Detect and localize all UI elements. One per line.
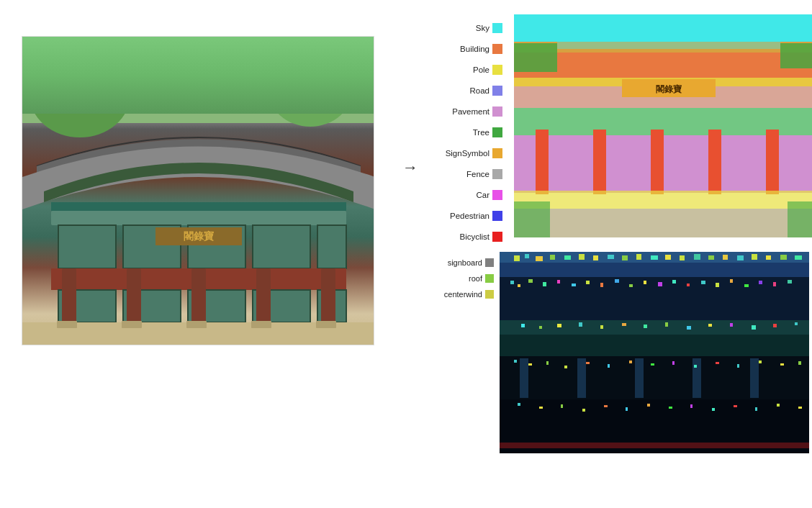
- svg-rect-60: [593, 255, 598, 260]
- svg-rect-69: [723, 255, 728, 260]
- svg-rect-121: [546, 361, 549, 365]
- svg-rect-72: [766, 255, 771, 260]
- svg-rect-112: [795, 322, 798, 325]
- legend-color-car: [492, 190, 502, 200]
- svg-rect-130: [737, 364, 739, 368]
- seg-top-svg: 閣錄寶: [514, 14, 812, 237]
- svg-rect-70: [737, 255, 744, 260]
- legend-label-road: Road: [439, 86, 490, 95]
- small-legend-item-centerwind: centerwind: [439, 287, 497, 301]
- left-panel: 閣錄寶: [14, 36, 382, 345]
- small-legend-color-roof: [485, 274, 494, 283]
- svg-rect-149: [500, 443, 809, 448]
- svg-rect-45: [708, 130, 721, 194]
- legend-item-pole: Pole: [439, 60, 511, 79]
- legend-color-pavement: [492, 106, 502, 117]
- legend-label-fence: Fence: [439, 170, 490, 178]
- svg-rect-74: [795, 255, 802, 260]
- svg-rect-137: [561, 404, 563, 408]
- svg-rect-126: [651, 363, 654, 366]
- svg-rect-62: [622, 255, 628, 260]
- small-legend-label-centerwind: centerwind: [439, 290, 482, 299]
- svg-rect-101: [557, 324, 561, 327]
- small-legend-label-roof: roof: [439, 274, 482, 283]
- svg-rect-144: [712, 408, 715, 411]
- svg-rect-108: [708, 324, 712, 327]
- right-panel: SkyBuildingPoleRoadPavementTreeSignSymbo…: [439, 14, 812, 453]
- svg-rect-98: [500, 320, 809, 335]
- original-image-svg: 閣錄寶: [22, 37, 374, 345]
- svg-rect-110: [752, 325, 756, 330]
- legend-color-road: [492, 86, 502, 96]
- small-legend-item-signboard: signboard: [439, 255, 497, 270]
- svg-rect-65: [665, 255, 671, 260]
- arrow-symbol: →: [402, 158, 418, 177]
- original-image: 閣錄寶: [22, 36, 374, 345]
- svg-rect-81: [572, 284, 576, 286]
- svg-rect-109: [730, 323, 733, 327]
- legend-label-sky: Sky: [439, 24, 490, 32]
- legend-item-car: Car: [439, 185, 511, 204]
- svg-rect-34: [780, 43, 812, 68]
- svg-rect-56: [536, 256, 543, 261]
- legend-color-pole: [492, 65, 502, 75]
- svg-rect-6: [58, 225, 116, 268]
- svg-rect-90: [701, 281, 705, 284]
- svg-text:閣錄寶: 閣錄寶: [656, 84, 682, 94]
- legend-label-pole: Pole: [439, 65, 490, 74]
- legend-item-signsymbol: SignSymbol: [439, 143, 511, 163]
- svg-rect-28: [251, 321, 271, 328]
- arrow-area: →: [396, 158, 425, 177]
- main-container: 閣錄寶: [0, 0, 812, 508]
- svg-rect-84: [615, 279, 619, 283]
- svg-rect-0: [22, 37, 374, 123]
- legend-color-pedestrian: [492, 211, 502, 221]
- svg-rect-148: [798, 407, 802, 409]
- top-section: SkyBuildingPoleRoadPavementTreeSignSymbo…: [439, 14, 812, 246]
- legend-item-bicyclist: Bicyclist: [439, 227, 511, 246]
- legend-item-sky: Sky: [439, 18, 511, 37]
- svg-rect-80: [557, 280, 560, 284]
- svg-rect-89: [687, 284, 690, 286]
- svg-rect-5: [51, 211, 346, 225]
- svg-rect-123: [586, 362, 590, 364]
- svg-rect-129: [716, 362, 719, 364]
- svg-rect-103: [600, 325, 603, 329]
- small-legend-color-signboard: [485, 258, 494, 267]
- svg-rect-79: [543, 282, 546, 286]
- svg-rect-57: [550, 255, 555, 260]
- svg-rect-83: [600, 283, 603, 287]
- small-legend-panel: signboardroofcenterwind: [439, 252, 497, 453]
- svg-rect-88: [672, 280, 676, 284]
- svg-rect-86: [644, 281, 646, 284]
- svg-rect-96: [788, 280, 792, 284]
- svg-rect-77: [518, 284, 520, 287]
- svg-rect-131: [759, 360, 762, 363]
- legend-item-tree: Tree: [439, 122, 511, 142]
- svg-rect-107: [687, 326, 691, 330]
- svg-rect-46: [766, 130, 779, 194]
- svg-rect-4: [51, 202, 346, 211]
- svg-rect-50: [788, 201, 812, 237]
- svg-rect-142: [669, 407, 672, 409]
- svg-point-3: [137, 40, 253, 91]
- svg-rect-128: [694, 365, 697, 368]
- svg-rect-61: [608, 255, 614, 259]
- svg-rect-85: [629, 284, 633, 287]
- svg-rect-113: [500, 356, 809, 399]
- svg-rect-33: [514, 43, 557, 72]
- svg-rect-114: [520, 358, 528, 398]
- svg-rect-127: [672, 361, 675, 365]
- svg-rect-91: [716, 283, 719, 287]
- svg-rect-146: [755, 407, 757, 411]
- legend-color-bicyclist: [492, 232, 502, 242]
- seg-bottom-svg: [500, 252, 809, 453]
- svg-rect-67: [694, 254, 700, 260]
- svg-rect-35: [557, 42, 780, 49]
- svg-rect-122: [564, 366, 567, 368]
- svg-rect-115: [577, 358, 586, 398]
- svg-rect-82: [586, 281, 590, 284]
- svg-rect-26: [122, 321, 142, 328]
- svg-rect-64: [651, 255, 658, 260]
- svg-rect-136: [539, 407, 543, 409]
